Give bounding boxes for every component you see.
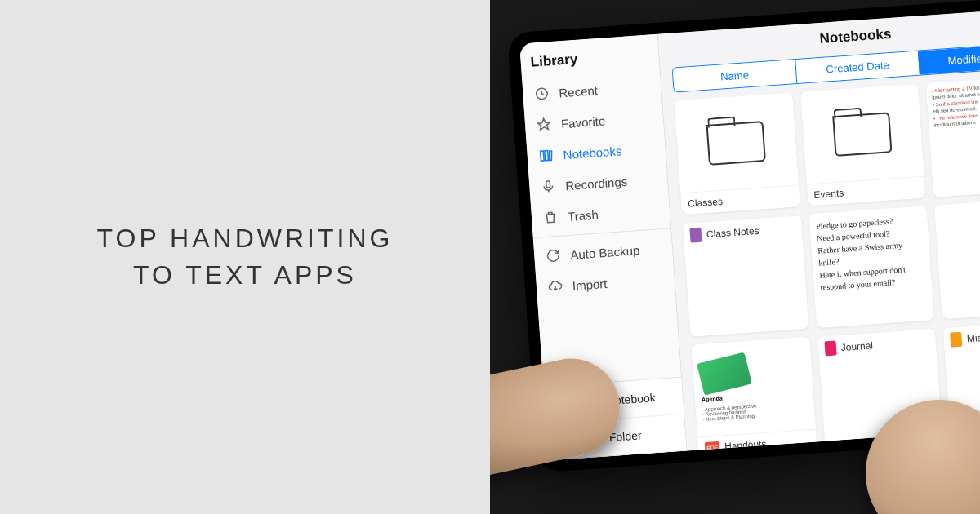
- notebook-class-notes[interactable]: Class Notes: [683, 215, 808, 337]
- notebook-handouts[interactable]: Agenda · Approach & perspective · Review…: [691, 337, 817, 451]
- books-icon: [537, 148, 555, 163]
- card-label: Misc Items: [967, 330, 980, 344]
- svg-rect-3: [549, 151, 551, 160]
- card-label: Events: [813, 187, 844, 201]
- agenda-title: Agenda: [702, 395, 723, 402]
- notebook-notes[interactable]: • After getting a TV for your own purcha…: [926, 75, 980, 197]
- mic-icon: [539, 179, 558, 194]
- notebook-grid: Classes Events • After getting a TV for …: [662, 74, 980, 451]
- pdf-icon: PDF: [705, 441, 720, 451]
- headline: TOP HANDWRITING TO TEXT APPS: [97, 220, 394, 294]
- folder-icon: [706, 121, 766, 166]
- clock-icon: [532, 86, 551, 101]
- card-label: Classes: [688, 196, 724, 210]
- segment-name[interactable]: Name: [673, 60, 797, 91]
- cloud-down-icon: [546, 279, 564, 295]
- notes-preview: • After getting a TV for your own purcha…: [926, 75, 980, 134]
- card-label: Handouts: [724, 438, 767, 451]
- sidebar-item-label: Notebooks: [563, 144, 622, 162]
- folder-icon: [832, 112, 892, 157]
- sidebar-item-label: Auto Backup: [570, 243, 640, 262]
- card-label: Journal: [840, 339, 873, 353]
- sidebar-item-label: Recent: [559, 83, 599, 100]
- trash-icon: [541, 210, 559, 225]
- handwriting-preview: Pledge to go paperless? Need a powerful …: [808, 206, 933, 300]
- card-label: Class Notes: [706, 225, 760, 240]
- agenda-items: · Approach & perspective · Reviewing fin…: [702, 403, 758, 422]
- star-icon: [534, 117, 553, 132]
- book-icon: [689, 228, 702, 243]
- backup-icon: [544, 248, 563, 264]
- svg-rect-4: [546, 181, 550, 188]
- sidebar-item-label: Import: [572, 276, 608, 292]
- segment-created[interactable]: Created Date: [795, 51, 920, 83]
- sidebar-item-label: Favorite: [560, 113, 605, 131]
- handout-thumb-icon: [697, 352, 752, 395]
- book-icon: [824, 341, 836, 357]
- headline-line2: TO TEXT APPS: [97, 257, 394, 294]
- svg-rect-2: [545, 151, 549, 161]
- sidebar-item-label: Trash: [567, 207, 599, 224]
- sidebar-item-label: Recordings: [565, 174, 628, 192]
- svg-rect-1: [541, 151, 545, 161]
- notebook-locked[interactable]: [934, 197, 980, 320]
- folder-events[interactable]: Events: [800, 84, 926, 206]
- book-icon: [950, 332, 962, 348]
- promo-left-panel: TOP HANDWRITING TO TEXT APPS: [0, 0, 490, 514]
- notebook-handwriting[interactable]: Pledge to go paperless? Need a powerful …: [808, 206, 934, 328]
- segment-modified[interactable]: Modified Date: [918, 42, 980, 74]
- folder-classes[interactable]: Classes: [674, 93, 800, 215]
- device-photo-area: Library Recent Favorite: [490, 0, 980, 514]
- main-content: Notebooks Name Created Date Modified Dat…: [658, 7, 980, 450]
- headline-line1: TOP HANDWRITING: [97, 220, 394, 257]
